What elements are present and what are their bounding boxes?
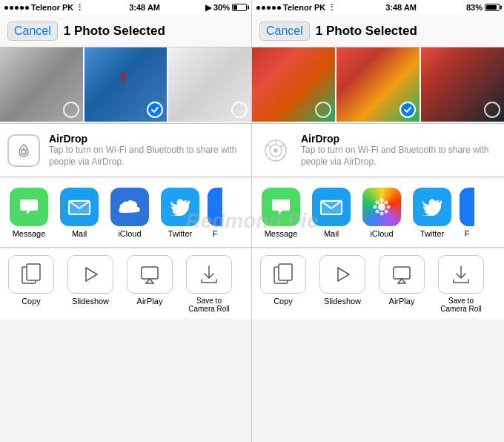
app-label-mail-left: Mail [72,229,87,238]
action-slideshow-left[interactable]: Slideshow [62,255,119,313]
app-icloud-left[interactable]: iCloud [107,188,153,238]
svg-point-24 [387,205,391,209]
action-label-slideshow-right: Slideshow [324,297,361,306]
app-mail-left[interactable]: Mail [56,188,102,238]
app-label-partial-right: F [465,229,470,238]
airdrop-section-right[interactable]: AirDrop Tap to turn on Wi-Fi and Bluetoo… [252,123,504,177]
icloud-icon [110,188,149,226]
airplay-icon-right [379,255,425,294]
svg-line-15 [267,145,271,147]
time-right: 3:48 AM [385,3,417,12]
app-message-left[interactable]: Message [6,188,52,238]
carrier-left: Telenor PK [31,3,73,12]
save-svg-r [451,263,471,286]
time-left: 3:48 AM [129,3,160,12]
action-label-save-left: Save toCamera Roll [188,297,230,313]
dot2 [10,6,13,10]
app-twitter-left[interactable]: Twitter [157,188,203,238]
mail-icon [60,188,99,226]
copy-svg [21,263,42,286]
app-partial-icon-r [460,188,474,226]
status-left: Telenor PK ⋮ [4,3,84,13]
airdrop-section-left[interactable]: AirDrop Tap to turn on Wi-Fi and Bluetoo… [0,123,251,177]
save-icon-right [438,255,484,294]
action-copy-right[interactable]: Copy [255,255,311,313]
app-mail-right[interactable]: Mail [308,188,354,238]
battery-icon-right [485,4,500,11]
svg-point-26 [385,210,388,214]
actions-row-left: Copy Slideshow AirPlay [0,249,251,319]
photos-svg [371,197,392,217]
rdot5 [277,6,281,10]
message-icon [10,188,48,226]
twitter-icon [161,188,199,226]
photo-strip-left: ↙ [0,47,251,122]
message-svg-r [270,196,292,218]
status-right-right: 83% [466,3,500,12]
photo-thumb-2[interactable]: ↙ [84,47,168,122]
app-label-message-right: Message [265,229,298,238]
action-label-copy-right: Copy [273,297,293,306]
airdrop-icon-right [259,134,292,167]
action-label-slideshow-left: Slideshow [72,297,109,306]
battery-icon-left [232,4,247,11]
airdrop-icon-left [7,134,40,167]
nav-bar-left: Cancel 1 Photo Selected [0,15,251,47]
signal-dots [4,6,29,10]
copy-svg-r [273,263,294,286]
action-airplay-left[interactable]: AirPlay [122,255,178,313]
cancel-button-left[interactable]: Cancel [7,22,58,41]
action-save-left[interactable]: Save toCamera Roll [181,255,237,313]
cancel-button-right[interactable]: Cancel [259,22,310,41]
actions-row-right: Copy Slideshow AirPlay [252,249,504,319]
save-icon-left [186,255,232,294]
checkmark-icon [150,105,159,114]
rdot3 [267,6,271,10]
photo-thumb-r1[interactable] [252,47,335,122]
action-airplay-right[interactable]: AirPlay [374,255,430,313]
photo-thumb-r2[interactable] [336,47,420,122]
app-label-mail-right: Mail [324,229,339,238]
airdrop-desc-right: Tap to turn on Wi-Fi and Bluetooth to sh… [301,145,497,168]
app-photos-right[interactable]: iCloud [359,188,405,238]
status-left-right: Telenor PK ⋮ [256,3,336,13]
app-label-icloud-left: iCloud [118,229,141,238]
action-label-save-right: Save toCamera Roll [440,297,482,313]
svg-point-12 [273,148,278,153]
wifi-icon-right: ⋮ [328,3,336,13]
location-icon: ▶ [205,3,211,13]
mail-svg-r [319,198,343,216]
save-svg [199,263,219,286]
check-circle-r3 [484,102,500,118]
apps-row-right: Message Mail [252,179,504,248]
svg-point-20 [378,203,385,211]
icloud-svg [117,198,142,216]
twitter-icon-r [413,188,451,226]
mail-svg [67,198,91,216]
action-label-airplay-right: AirPlay [389,297,415,306]
action-copy-left[interactable]: Copy [3,255,59,313]
rdot4 [272,6,276,10]
battery-label-left: 30% [213,3,230,12]
airdrop-title-left: AirDrop [49,133,244,145]
airplay-svg-r [391,264,412,285]
action-save-right[interactable]: Save toCamera Roll [433,255,489,313]
battery-label-right: 83% [466,3,483,12]
dot4 [20,6,24,10]
status-bar-right: Telenor PK ⋮ 3:48 AM 83% [252,0,504,15]
app-twitter-right[interactable]: Twitter [409,188,455,238]
photo-thumb-r3[interactable] [421,47,504,122]
twitter-svg-r [422,198,442,216]
photo-thumb-3[interactable] [168,47,251,122]
slideshow-svg [80,264,101,285]
right-panel: Telenor PK ⋮ 3:48 AM 83% Cancel 1 Photo … [252,0,504,442]
svg-rect-9 [142,267,158,279]
app-message-right[interactable]: Message [258,188,304,238]
airdrop-desc-left: Tap to turn on Wi-Fi and Bluetooth to sh… [49,145,244,168]
action-slideshow-right[interactable]: Slideshow [314,255,371,313]
airdrop-svg-right [259,134,292,167]
status-right-left: ▶ 30% [205,3,247,13]
app-label-message-left: Message [13,229,46,238]
rdot2 [262,6,265,10]
photo-thumb-1[interactable] [0,47,83,122]
